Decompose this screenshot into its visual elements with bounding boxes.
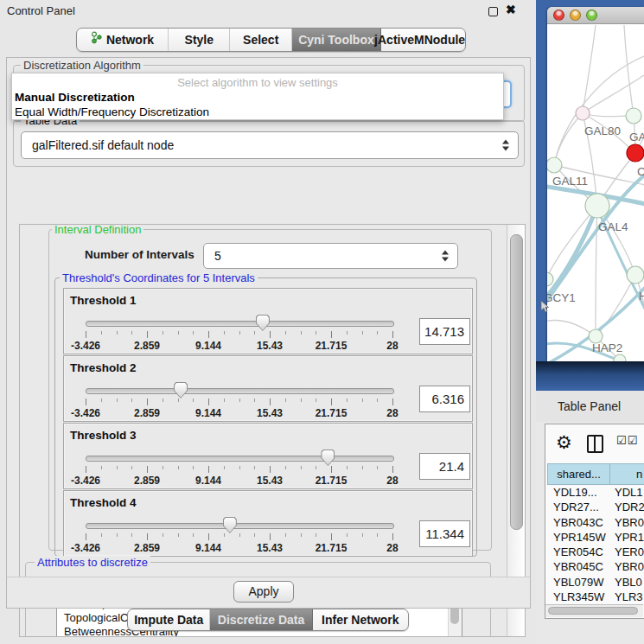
- slider-track[interactable]: [86, 321, 394, 327]
- slider-tick-minor: [285, 533, 286, 537]
- slider-tick-minor: [301, 399, 302, 402]
- slider-tick-label: 9.144: [182, 407, 234, 419]
- table-cell-name: YDL1: [610, 485, 643, 500]
- mac-zoom-button[interactable]: [586, 10, 597, 21]
- tab-jactivemnodules[interactable]: jActiveMNodules: [381, 29, 465, 51]
- settings-scrollbar[interactable]: [507, 225, 525, 636]
- table-header-row[interactable]: shared...n: [547, 463, 644, 485]
- slider-tick-label: 21.715: [305, 542, 357, 554]
- threshold-value-box[interactable]: 14.713: [419, 318, 470, 345]
- table-row[interactable]: YDR27...YDR2: [547, 500, 644, 514]
- tab-cyni-toolbox[interactable]: Cyni Toolbox: [292, 29, 381, 51]
- slider-track[interactable]: [86, 388, 394, 394]
- slider-tick-major: [86, 331, 86, 338]
- tab-discretize-data[interactable]: Discretize Data: [210, 609, 312, 630]
- table-row[interactable]: YLR345WYLR3: [547, 590, 644, 604]
- split-columns-icon[interactable]: [587, 435, 603, 453]
- gear-icon[interactable]: ⚙: [556, 430, 572, 455]
- slider-thumb[interactable]: [174, 382, 188, 399]
- slider-tick-minor: [377, 466, 378, 469]
- table-row[interactable]: YBL079WYBL0: [547, 575, 644, 590]
- node-red[interactable]: [627, 144, 644, 162]
- tab-select[interactable]: Select: [230, 29, 291, 51]
- tab-style[interactable]: Style: [169, 29, 230, 51]
- table-cell-shared-name: YBR045C: [547, 559, 610, 574]
- slider-thumb[interactable]: [256, 315, 270, 331]
- slider-tick-label: 28: [367, 542, 418, 554]
- table-data-select[interactable]: galFiltered.sif default node: [21, 131, 519, 159]
- combo-arrows-icon: [502, 140, 509, 151]
- tab-label: Impute Data: [134, 609, 203, 630]
- network-edge[interactable]: [547, 320, 596, 336]
- popup-prompt-item[interactable]: Select algorithm to view settings: [12, 76, 503, 89]
- table-header-cell[interactable]: n: [610, 463, 644, 485]
- network-edge[interactable]: [596, 206, 597, 336]
- network-canvas[interactable]: GAL80GACGAL11GAL4GCY1HHAP2: [547, 25, 644, 361]
- attributes-group-title: Attributes to discretize: [35, 556, 150, 569]
- number-of-intervals-select[interactable]: 5: [203, 243, 458, 269]
- scrollbar-thumb[interactable]: [548, 607, 638, 615]
- node-bottom[interactable]: [614, 354, 626, 361]
- threshold-value-box[interactable]: 11.344: [419, 520, 470, 547]
- slider-tick-major: [86, 466, 86, 473]
- slider-tick-minor: [301, 533, 302, 537]
- table-row[interactable]: YBR045CYBR0: [547, 559, 644, 574]
- table-cell-name: YLR3: [610, 590, 643, 604]
- mac-close-button[interactable]: [553, 10, 564, 21]
- table-header-cell[interactable]: shared...: [547, 463, 610, 485]
- thresholds-group-title: Threshold's Coordinates for 5 Intervals: [60, 271, 258, 284]
- popup-item-2[interactable]: Equal Width/Frequency Discretization: [14, 105, 501, 119]
- tab-infer-network[interactable]: Infer Network: [313, 609, 408, 630]
- table-row[interactable]: YPR145WYPR1: [547, 530, 644, 545]
- algorithm-group-title: Discretization Algorithm: [21, 59, 143, 72]
- slider-tick-minor: [316, 399, 316, 402]
- slider-tick-minor: [362, 331, 363, 335]
- node-gal4[interactable]: [585, 194, 609, 218]
- network-edge[interactable]: [583, 25, 596, 113]
- slider-tick-major: [392, 399, 393, 405]
- slider-tick-minor: [117, 533, 118, 537]
- tab-label: jActiveMNodules: [374, 29, 466, 51]
- node-label: HAP2: [592, 341, 622, 354]
- apply-button[interactable]: Apply: [233, 581, 294, 603]
- table-cell-shared-name: YLR345W: [547, 590, 610, 604]
- slider-track[interactable]: [86, 456, 394, 462]
- slider-thumb[interactable]: [223, 517, 237, 533]
- slider-tick-label: 9.144: [182, 475, 234, 487]
- tab-network[interactable]: Network: [77, 29, 169, 51]
- table-hscrollbar[interactable]: [545, 604, 643, 617]
- mac-minimize-button[interactable]: [570, 10, 581, 21]
- slider-tick-major: [147, 466, 148, 473]
- threshold-value-box[interactable]: 21.4: [419, 453, 470, 480]
- combo-arrows-icon: [442, 251, 449, 262]
- node-gal11[interactable]: [547, 157, 562, 173]
- network-edge-highlight[interactable]: [547, 206, 597, 303]
- number-of-intervals-value: 5: [214, 244, 221, 268]
- table-panel-header[interactable]: Table Panel: [536, 391, 644, 422]
- node-pink[interactable]: [576, 106, 590, 120]
- network-edge[interactable]: [624, 25, 634, 116]
- table-row[interactable]: YER054CYER0: [547, 545, 644, 559]
- node-right-mid[interactable]: [627, 266, 644, 284]
- network-edge[interactable]: [554, 113, 583, 165]
- right-region: GAL80GACGAL11GAL4GCY1HHAP2 Table Panel ⚙…: [536, 0, 644, 644]
- tab-impute-data[interactable]: Impute Data: [128, 609, 210, 630]
- scrollbar-thumb[interactable]: [510, 234, 523, 530]
- node-gcy1[interactable]: [547, 272, 553, 286]
- table-cell-shared-name: YDL19...: [547, 485, 610, 500]
- table-row[interactable]: YBR043CYBR0: [547, 515, 644, 530]
- close-icon[interactable]: ✖: [506, 3, 516, 16]
- slider-tick-major: [331, 466, 332, 473]
- network-window-titlebar[interactable]: [547, 7, 644, 24]
- node-green-top[interactable]: [626, 108, 641, 124]
- float-window-icon[interactable]: [488, 7, 498, 16]
- slider-track[interactable]: [86, 523, 394, 529]
- slider-thumb[interactable]: [321, 450, 335, 466]
- table-cell-shared-name: YBR043C: [547, 515, 610, 530]
- slider-tick-minor: [163, 466, 163, 469]
- table-row[interactable]: YDL19...YDL1: [547, 485, 644, 500]
- slider-tick-label: 2.859: [121, 340, 173, 352]
- threshold-value-box[interactable]: 6.316: [419, 386, 470, 412]
- checkbox-icons[interactable]: ☑☑: [616, 434, 638, 447]
- popup-item-1[interactable]: Manual Discretization: [14, 90, 501, 105]
